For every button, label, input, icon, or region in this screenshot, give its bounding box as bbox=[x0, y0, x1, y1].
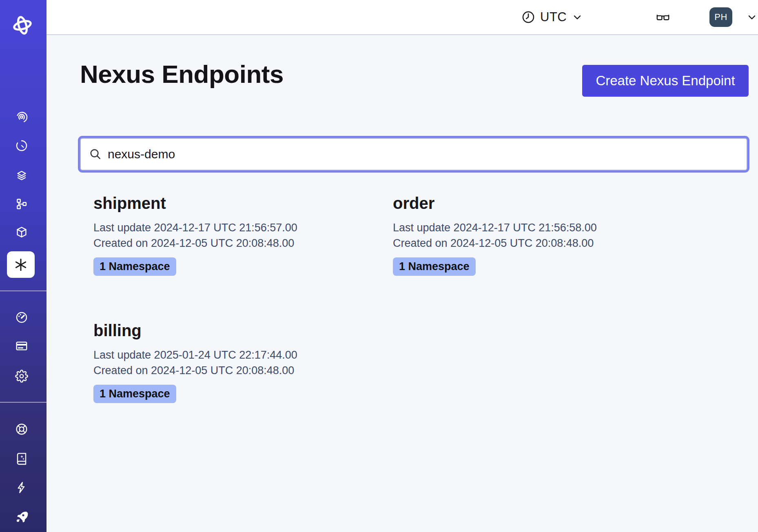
endpoint-list: shipment Last update 2024-12-17 UTC 21:5… bbox=[80, 194, 747, 403]
iris-icon[interactable] bbox=[15, 111, 28, 124]
cube-icon[interactable] bbox=[15, 226, 28, 239]
endpoint-name[interactable]: shipment bbox=[93, 194, 379, 213]
glasses-icon bbox=[655, 10, 671, 24]
chevron-down-icon bbox=[572, 11, 583, 23]
sidebar-divider bbox=[0, 290, 47, 291]
layers-icon[interactable] bbox=[15, 169, 28, 182]
lifebuoy-icon[interactable] bbox=[15, 423, 28, 436]
endpoint-last-update: Last update 2025-01-24 UTC 22:17:44.00 bbox=[93, 347, 379, 363]
namespace-badge: 1 Namespace bbox=[393, 257, 476, 276]
rocket-icon[interactable] bbox=[15, 510, 28, 523]
sidebar bbox=[0, 0, 47, 532]
endpoint-created: Created on 2024-12-05 UTC 20:08:48.00 bbox=[93, 363, 379, 378]
chevron-down-icon bbox=[746, 11, 758, 23]
namespace-badge: 1 Namespace bbox=[93, 385, 176, 403]
clock-icon bbox=[521, 10, 535, 24]
create-nexus-endpoint-button[interactable]: Create Nexus Endpoint bbox=[582, 65, 749, 97]
temporal-logo-icon[interactable] bbox=[11, 15, 34, 36]
avatar[interactable]: PH bbox=[709, 7, 732, 27]
endpoint-card[interactable]: shipment Last update 2024-12-17 UTC 21:5… bbox=[80, 194, 379, 276]
sidebar-divider bbox=[0, 402, 47, 403]
gear-icon[interactable] bbox=[15, 370, 28, 383]
main-content: Nexus Endpoints Create Nexus Endpoint sh… bbox=[47, 36, 758, 532]
timezone-label: UTC bbox=[540, 10, 567, 24]
search-box[interactable] bbox=[80, 138, 747, 171]
endpoint-card[interactable]: order Last update 2024-12-17 UTC 21:56:5… bbox=[379, 194, 679, 276]
nexus-asterisk-icon[interactable] bbox=[7, 251, 35, 278]
glasses-toggle[interactable] bbox=[655, 0, 671, 34]
search-icon bbox=[89, 148, 102, 161]
lightning-icon[interactable] bbox=[15, 481, 28, 494]
gauge-icon[interactable] bbox=[15, 311, 28, 324]
endpoint-created: Created on 2024-12-05 UTC 20:08:48.00 bbox=[393, 235, 679, 251]
endpoint-last-update: Last update 2024-12-17 UTC 21:56:58.00 bbox=[393, 220, 679, 235]
endpoint-card[interactable]: billing Last update 2025-01-24 UTC 22:17… bbox=[80, 321, 379, 403]
search-input[interactable] bbox=[108, 142, 738, 166]
namespace-badge: 1 Namespace bbox=[93, 257, 176, 276]
endpoint-name[interactable]: order bbox=[393, 194, 679, 213]
timer-clock-icon[interactable] bbox=[15, 139, 28, 152]
timezone-selector[interactable]: UTC bbox=[521, 0, 583, 34]
endpoint-name[interactable]: billing bbox=[93, 321, 379, 340]
tree-nodes-icon[interactable] bbox=[15, 197, 28, 211]
page-title: Nexus Endpoints bbox=[80, 60, 284, 89]
endpoint-created: Created on 2024-12-05 UTC 20:08:48.00 bbox=[93, 235, 379, 251]
topbar: UTC PH bbox=[47, 0, 758, 35]
account-menu[interactable]: PH bbox=[709, 0, 758, 34]
credit-card-icon[interactable] bbox=[15, 339, 28, 352]
book-sparkles-icon[interactable] bbox=[15, 452, 28, 465]
endpoint-last-update: Last update 2024-12-17 UTC 21:56:57.00 bbox=[93, 220, 379, 235]
